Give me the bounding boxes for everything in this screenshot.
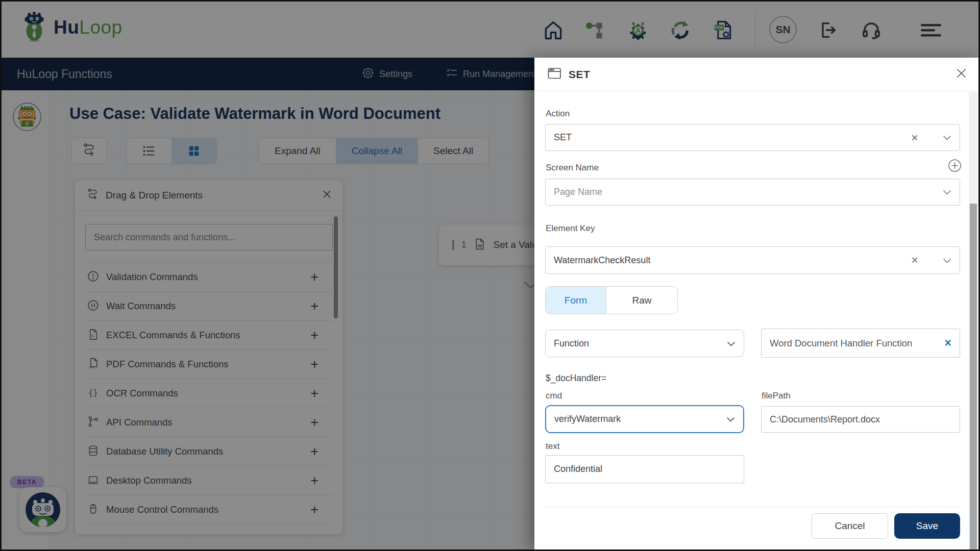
panel-scrollbar-thumb[interactable] [970,204,977,551]
element-key-select[interactable]: WatermarkCheckResult × [545,246,960,274]
text-value: Confidential [554,464,736,474]
chevron-down-icon[interactable] [726,414,735,424]
filepath-value: C:\Documents\Report.docx [770,414,951,425]
action-value: SET [554,132,911,143]
window-icon [548,67,561,82]
cmd-label: cmd [546,391,562,401]
app-screen: HuLoop [0,0,980,551]
cancel-button[interactable]: Cancel [812,513,888,539]
text-label: text [546,441,559,452]
set-action-panel: SET Action SET × Screen Name Page Name [534,58,980,551]
set-panel-title: SET [569,68,590,81]
raw-tab[interactable]: Raw [606,287,677,314]
screen-name-label: Screen Name [546,163,599,173]
element-key-label: Element Key [546,223,595,234]
filepath-input[interactable]: C:\Documents\Report.docx [761,406,960,433]
screen-name-placeholder: Page Name [554,187,943,197]
element-key-value: WatermarkCheckResult [554,255,911,266]
text-input[interactable]: Confidential [545,455,744,483]
handler-function-value: Word Document Handler Function [770,338,945,349]
function-type-value: Function [554,338,727,349]
screen-name-select[interactable]: Page Name [545,179,960,206]
form-raw-toggle: Form Raw [545,286,678,314]
set-panel-header: SET [534,58,980,91]
handler-function-field[interactable]: Word Document Handler Function × [761,329,960,358]
clear-icon[interactable]: × [911,132,918,144]
clear-icon[interactable]: × [911,254,918,266]
remove-handler-icon[interactable]: × [945,337,951,349]
cmd-select[interactable]: verifyWatermark [545,405,744,433]
filepath-label: filePath [762,391,791,401]
add-screen-icon[interactable] [948,159,962,174]
action-label: Action [546,109,570,119]
cmd-value: verifyWatermark [554,414,726,424]
assignment-expression: $_docHandler= [546,373,606,384]
action-select[interactable]: SET × [545,124,960,151]
chevron-down-icon[interactable] [943,132,951,143]
form-tab[interactable]: Form [546,287,606,314]
chevron-down-icon[interactable] [943,255,951,266]
footer-divider [545,507,960,507]
save-button[interactable]: Save [894,513,960,539]
chevron-down-icon[interactable] [943,187,951,197]
chevron-down-icon[interactable] [727,338,736,349]
close-icon[interactable] [956,68,967,81]
function-type-select[interactable]: Function [545,330,744,357]
